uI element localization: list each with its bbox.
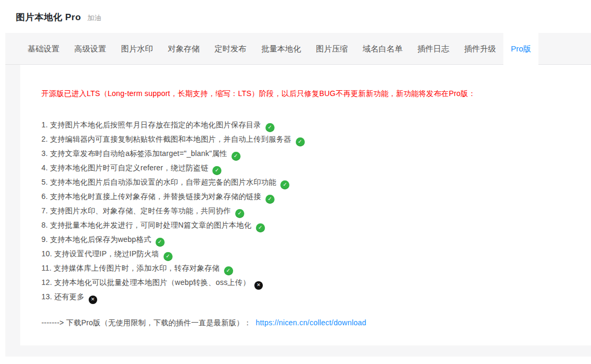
feature-item: 4. 支持本地化图片时可自定义referer，绕过防盗链✓ bbox=[41, 161, 580, 175]
tab-4[interactable]: 对象存储 bbox=[160, 33, 207, 65]
feature-item: 7. 支持图片水印、对象存储、定时任务等功能，共同协作✓ bbox=[41, 204, 580, 218]
feature-text: 6. 支持本地化时直接上传对象存储，并替换链接为对象存储的链接 bbox=[41, 192, 261, 201]
feature-text: 11. 支持媒体库上传图片时，添加水印，转存对象存储 bbox=[41, 264, 220, 272]
tab-5[interactable]: 定时发布 bbox=[207, 33, 254, 65]
tab-7[interactable]: 图片压缩 bbox=[309, 33, 355, 65]
lts-notice: 开源版已进入LTS（Long-term support，长期支持，缩写：LTS）… bbox=[41, 88, 580, 99]
cross-icon: ✕ bbox=[254, 281, 263, 290]
download-label: -------> 下载Pro版（无使用限制，下载的插件一直是最新版）： bbox=[41, 318, 252, 327]
settings-panel: 基础设置高级设置图片水印对象存储定时发布批量本地化图片压缩域名白名单插件日志插件… bbox=[5, 33, 591, 357]
feature-item: 9. 支持本地化后保存为webp格式✓ bbox=[41, 232, 580, 247]
feature-text: 7. 支持图片水印、对象存储、定时任务等功能，共同协作 bbox=[41, 206, 231, 215]
plugin-header: 图片本地化 Pro加油 bbox=[0, 0, 591, 33]
tab-8[interactable]: 域名白名单 bbox=[355, 33, 410, 65]
feature-item: 2. 支持编辑器内可直接复制粘贴软件截图和本地图片，并自动上传到服务器✓ bbox=[41, 132, 580, 146]
check-icon: ✓ bbox=[235, 209, 244, 218]
feature-text: 1. 支持图片本地化后按照年月日存放在指定的本地化图片保存目录 bbox=[41, 120, 261, 129]
check-icon: ✓ bbox=[296, 137, 305, 146]
check-icon: ✓ bbox=[265, 123, 275, 132]
pro-tab-content: 开源版已进入LTS（Long-term support，长期支持，缩写：LTS）… bbox=[20, 65, 591, 345]
feature-text: 12. 支持本地化可以批量处理本地图片（webp转换、oss上传） bbox=[41, 278, 250, 287]
download-link[interactable]: https://nicen.cn/collect/download bbox=[256, 318, 366, 327]
page-subtitle: 加油 bbox=[88, 14, 101, 22]
tab-9[interactable]: 插件日志 bbox=[410, 33, 457, 65]
feature-item: 8. 支持批量本地化并发进行，可同时处理N篇文章的图片本地化✓ bbox=[41, 218, 580, 232]
check-icon: ✓ bbox=[265, 195, 275, 204]
feature-text: 5. 支持本地化图片后自动添加设置的水印，自带超完备的图片水印功能 bbox=[41, 178, 276, 186]
feature-item: 10. 支持设置代理IP，绕过IP防火墙✓ bbox=[41, 247, 580, 261]
feature-text: 4. 支持本地化图片时可自定义referer，绕过防盗链 bbox=[41, 163, 208, 172]
page: 图片本地化 Pro加油 基础设置高级设置图片水印对象存储定时发布批量本地化图片压… bbox=[0, 0, 591, 357]
tab-1[interactable]: 基础设置 bbox=[20, 33, 67, 65]
check-icon: ✓ bbox=[212, 166, 221, 175]
tab-11[interactable]: Pro版 bbox=[503, 33, 538, 67]
check-icon: ✓ bbox=[280, 180, 289, 189]
feature-item: 3. 支持文章发布时自动给a标签添加target="_blank"属性✓ bbox=[41, 146, 580, 161]
page-title: 图片本地化 Pro bbox=[16, 12, 81, 22]
feature-text: 8. 支持批量本地化并发进行，可同时处理N篇文章的图片本地化 bbox=[41, 221, 252, 229]
check-icon: ✓ bbox=[256, 223, 265, 232]
tab-6[interactable]: 批量本地化 bbox=[254, 33, 309, 65]
feature-text: 10. 支持设置代理IP，绕过IP防火墙 bbox=[41, 249, 159, 258]
tab-10[interactable]: 插件升级 bbox=[457, 33, 503, 65]
check-icon: ✓ bbox=[156, 238, 165, 247]
check-icon: ✓ bbox=[164, 252, 173, 261]
feature-item: 6. 支持本地化时直接上传对象存储，并替换链接为对象存储的链接✓ bbox=[41, 189, 580, 204]
feature-item: 5. 支持本地化图片后自动添加设置的水印，自带超完备的图片水印功能✓ bbox=[41, 175, 580, 189]
cross-icon: ✕ bbox=[89, 296, 97, 304]
tab-bar: 基础设置高级设置图片水印对象存储定时发布批量本地化图片压缩域名白名单插件日志插件… bbox=[5, 33, 591, 65]
feature-text: 2. 支持编辑器内可直接复制粘贴软件截图和本地图片，并自动上传到服务器 bbox=[41, 135, 292, 143]
feature-item: 12. 支持本地化可以批量处理本地图片（webp转换、oss上传）✕ bbox=[41, 275, 580, 290]
feature-list: 1. 支持图片本地化后按照年月日存放在指定的本地化图片保存目录✓2. 支持编辑器… bbox=[41, 118, 580, 304]
feature-item: 1. 支持图片本地化后按照年月日存放在指定的本地化图片保存目录✓ bbox=[41, 118, 580, 132]
feature-text: 9. 支持本地化后保存为webp格式 bbox=[41, 235, 151, 244]
feature-text: 13. 还有更多 bbox=[41, 292, 84, 301]
feature-item: 13. 还有更多✕ bbox=[41, 290, 580, 304]
check-icon: ✓ bbox=[232, 152, 241, 161]
tab-2[interactable]: 高级设置 bbox=[67, 33, 114, 65]
tab-3[interactable]: 图片水印 bbox=[114, 33, 160, 65]
feature-text: 3. 支持文章发布时自动给a标签添加target="_blank"属性 bbox=[41, 149, 227, 158]
download-line: -------> 下载Pro版（无使用限制，下载的插件一直是最新版）：https… bbox=[41, 318, 580, 328]
feature-item: 11. 支持媒体库上传图片时，添加水印，转存对象存储✓ bbox=[41, 261, 580, 275]
check-icon: ✓ bbox=[224, 266, 233, 275]
